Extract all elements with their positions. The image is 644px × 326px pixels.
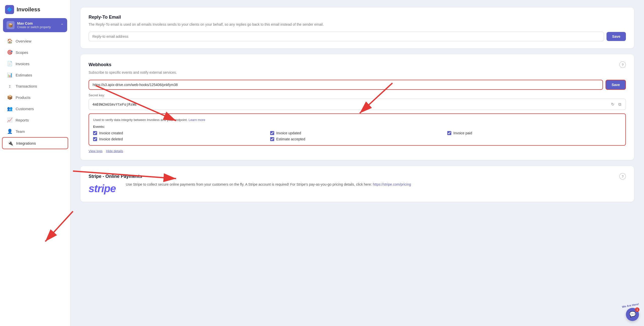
sidebar-item-scopes[interactable]: 🎯 Scopes <box>2 47 68 58</box>
property-name: Mav Com <box>17 21 58 25</box>
logo-icon: 🔷 <box>5 5 14 14</box>
scopes-icon: 🎯 <box>7 50 13 55</box>
main-content: Reply-To Email The Reply-To email is use… <box>70 0 644 326</box>
sidebar-item-invoices[interactable]: 📄 Invoices <box>2 58 68 69</box>
webhooks-header: Webhooks ? <box>89 61 626 68</box>
events-label: Events: <box>93 125 621 129</box>
secret-key-row: 4mE0W2mGSmvYteFojRsWE ↻ ⧉ <box>89 99 626 110</box>
events-integrity-text: Used to verify data integrity between In… <box>93 118 621 122</box>
sidebar-item-label: Overview <box>16 39 31 43</box>
stripe-header: Stripe - Online Payments ? <box>89 173 626 180</box>
sidebar-item-label: Reports <box>16 118 29 122</box>
webhooks-help-icon[interactable]: ? <box>619 61 626 68</box>
view-logs-button[interactable]: View logs <box>89 149 102 153</box>
property-icon: 📦 <box>7 21 15 29</box>
event-label: Estimate accepted <box>276 137 305 141</box>
webhook-url-row: Save <box>89 80 626 90</box>
invoice-created-checkbox[interactable] <box>93 131 97 135</box>
chat-notification-badge: 1 <box>635 307 639 312</box>
sidebar-item-reports[interactable]: 📈 Reports <box>2 114 68 126</box>
sidebar-item-overview[interactable]: 🏠 Overview <box>2 35 68 47</box>
reports-icon: 📈 <box>7 117 13 123</box>
webhook-url-input[interactable] <box>89 80 603 90</box>
event-label: Invoice created <box>99 131 123 135</box>
invoice-icon: 📄 <box>7 61 13 66</box>
reply-to-email-row: Save <box>89 32 626 41</box>
transactions-icon: ↕ <box>7 84 13 89</box>
sidebar: 🔷 Invoiless 📦 Mav Com Create or switch p… <box>0 0 70 326</box>
webhook-save-button[interactable]: Save <box>606 80 626 90</box>
sidebar-item-label: Customers <box>16 107 34 111</box>
chevron-icon: ⌃ <box>60 23 64 28</box>
property-text: Mav Com Create or switch property <box>17 21 58 29</box>
event-invoice-created: Invoice created <box>93 131 267 135</box>
invoice-deleted-checkbox[interactable] <box>93 137 97 141</box>
hide-details-button[interactable]: Hide details <box>106 149 123 153</box>
sidebar-item-team[interactable]: 👤 Team <box>2 126 68 137</box>
event-invoice-deleted: Invoice deleted <box>93 137 267 141</box>
chat-bubble-button[interactable]: 💬 1 <box>626 308 639 321</box>
learn-more-link[interactable]: Learn more <box>188 118 205 122</box>
sidebar-item-label: Team <box>16 129 25 134</box>
reply-to-email-section: Reply-To Email The Reply-To email is use… <box>80 8 634 48</box>
sidebar-item-transactions[interactable]: ↕ Transactions <box>2 81 68 92</box>
sidebar-nav: 🏠 Overview 🎯 Scopes 📄 Invoices 📊 Estimat… <box>0 35 70 149</box>
sidebar-item-label: Invoices <box>16 62 29 66</box>
property-switcher[interactable]: 📦 Mav Com Create or switch property ⌃ <box>3 18 67 32</box>
invoice-updated-checkbox[interactable] <box>270 131 274 135</box>
sidebar-item-customers[interactable]: 👥 Customers <box>2 103 68 114</box>
home-icon: 🏠 <box>7 38 13 44</box>
estimate-accepted-checkbox[interactable] <box>270 137 274 141</box>
event-label: Invoice updated <box>276 131 301 135</box>
property-subtitle: Create or switch property <box>17 25 58 29</box>
app-logo: 🔷 Invoiless <box>0 0 70 18</box>
sidebar-item-integrations[interactable]: 🔌 Integrations <box>2 137 68 149</box>
stripe-content: stripe Use Stripe to collect secure onli… <box>89 182 626 195</box>
sidebar-item-estimates[interactable]: 📊 Estimates <box>2 69 68 80</box>
reply-to-email-input[interactable] <box>89 32 604 41</box>
sidebar-item-label: Integrations <box>16 141 36 145</box>
stripe-logo: stripe <box>89 182 119 195</box>
estimates-icon: 📊 <box>7 72 13 78</box>
events-box: Used to verify data integrity between In… <box>89 113 626 146</box>
stripe-description: Use Stripe to collect secure online paym… <box>126 182 411 187</box>
secret-key-label: Secret key: <box>89 93 626 97</box>
view-logs-row: View logs Hide details <box>89 149 626 153</box>
event-invoice-updated: Invoice updated <box>270 131 444 135</box>
stripe-help-icon[interactable]: ? <box>619 173 626 180</box>
stripe-section: Stripe - Online Payments ? stripe Use St… <box>80 166 634 202</box>
sidebar-item-label: Estimates <box>16 73 32 77</box>
sidebar-item-products[interactable]: 📦 Products <box>2 92 68 103</box>
reply-to-email-save-button[interactable]: Save <box>607 32 626 41</box>
stripe-title: Stripe - Online Payments <box>89 174 142 179</box>
chat-widget: We Are Here! 💬 1 <box>622 304 639 321</box>
event-label: Invoice paid <box>453 131 472 135</box>
webhooks-desc: Subscribe to specific events and notify … <box>89 70 626 75</box>
events-grid: Invoice created Invoice updated Invoice … <box>93 131 621 141</box>
event-estimate-accepted: Estimate accepted <box>270 137 444 141</box>
customers-icon: 👥 <box>7 106 13 111</box>
event-label: Invoice deleted <box>99 137 123 141</box>
sidebar-item-label: Products <box>16 95 30 100</box>
event-invoice-paid: Invoice paid <box>447 131 621 135</box>
webhooks-section: Webhooks ? Subscribe to specific events … <box>80 54 634 160</box>
sidebar-item-label: Transactions <box>16 84 37 88</box>
reply-to-email-title: Reply-To Email <box>89 15 121 20</box>
secret-key-value: 4mE0W2mGSmvYteFojRsWE <box>92 102 608 106</box>
reply-to-email-desc: The Reply-To email is used on all emails… <box>89 22 626 27</box>
app-name: Invoiless <box>17 6 40 13</box>
team-icon: 👤 <box>7 129 13 134</box>
sidebar-item-label: Scopes <box>16 50 28 55</box>
webhooks-title: Webhooks <box>89 62 111 67</box>
copy-secret-button[interactable]: ⧉ <box>617 102 622 107</box>
refresh-secret-button[interactable]: ↻ <box>610 101 615 107</box>
section-header: Reply-To Email <box>89 15 626 20</box>
products-icon: 📦 <box>7 95 13 100</box>
stripe-pricing-link[interactable]: https://stripe.com/pricing <box>373 182 411 186</box>
integrations-icon: 🔌 <box>8 140 13 146</box>
invoice-paid-checkbox[interactable] <box>447 131 451 135</box>
